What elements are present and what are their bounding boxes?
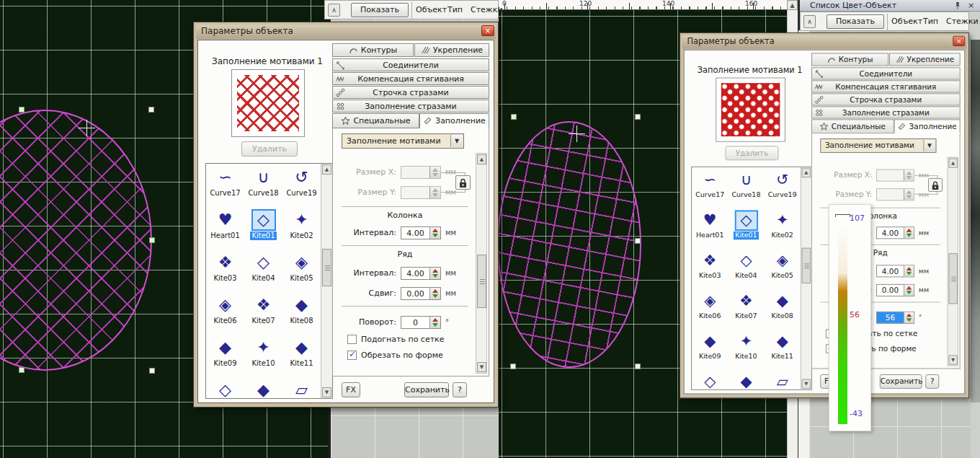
delete-button[interactable]: Удалить <box>241 141 298 157</box>
motif-item[interactable]: ◇ Kite04 <box>728 250 764 290</box>
row-shift-input[interactable] <box>401 288 429 299</box>
motif-item[interactable]: ◇ <box>692 370 728 389</box>
lock-icon[interactable] <box>455 175 471 190</box>
motif-item[interactable]: ◇ Kite04 <box>244 250 282 293</box>
tab-rhinestone-row[interactable]: Строчка стразами <box>332 86 489 99</box>
delete-button[interactable]: Удалить <box>726 146 779 160</box>
motif-fill-ellipse[interactable] <box>0 110 152 371</box>
spinner-icons[interactable] <box>904 227 914 238</box>
selection-handle[interactable] <box>149 237 155 243</box>
motif-item[interactable]: ✦ Kite10 <box>244 335 282 378</box>
dialog-title[interactable]: Параметры объекта <box>682 35 966 49</box>
motif-item[interactable]: ◈ Kite05 <box>765 250 801 290</box>
motif-scrollbar[interactable]: ▲ ▼ <box>801 167 811 389</box>
selection-handle[interactable] <box>511 114 517 120</box>
tab-special[interactable]: Специальные <box>332 113 419 128</box>
collapse-chevron-icon[interactable]: ∧ <box>803 15 816 28</box>
scroll-thumb[interactable] <box>477 255 486 308</box>
motif-item[interactable]: ∽ Curve17 <box>692 169 728 209</box>
motif-item[interactable]: ◈ Kite05 <box>282 250 321 293</box>
motif-item[interactable]: ◆ Kite09 <box>206 335 244 378</box>
spinner-icons[interactable] <box>904 285 914 296</box>
motif-item[interactable]: ♥ Heart01 <box>692 209 728 250</box>
row-interval-input[interactable] <box>877 265 904 276</box>
selection-handle[interactable] <box>19 367 24 373</box>
motif-item[interactable]: ▱ <box>765 370 801 389</box>
scroll-thumb[interactable] <box>949 253 958 304</box>
scroll-up-icon[interactable]: ▲ <box>949 158 958 167</box>
close-icon[interactable]: × <box>481 25 494 36</box>
lock-icon[interactable] <box>928 178 943 192</box>
clip-to-shape-checkbox[interactable]: ✓ <box>347 351 357 360</box>
row-interval-field[interactable] <box>876 265 914 277</box>
motif-item[interactable]: ◆ Kite08 <box>282 293 321 335</box>
tab-connectors[interactable]: Соединители <box>332 58 489 71</box>
spinner-icons[interactable] <box>904 265 914 276</box>
row-shift-field[interactable] <box>876 284 914 296</box>
spinner-icons[interactable] <box>429 288 440 299</box>
rotation-input[interactable] <box>877 312 904 323</box>
scroll-up-icon[interactable]: ▲ <box>802 168 811 177</box>
motif-item[interactable]: ◆ Kite08 <box>765 289 801 330</box>
motif-item[interactable]: ∽ Curve17 <box>206 165 244 208</box>
scroll-thumb[interactable] <box>802 248 811 283</box>
motif-item[interactable]: ✦ Kite02 <box>765 209 801 250</box>
scroll-down-icon[interactable]: ▼ <box>322 387 331 397</box>
selection-handle[interactable] <box>148 107 154 113</box>
row-shift-field[interactable] <box>401 287 441 300</box>
row-interval-field[interactable] <box>401 267 441 280</box>
motif-scrollbar[interactable]: ▲ ▼ <box>321 164 332 398</box>
motif-item[interactable]: ❖ Kite03 <box>692 250 728 290</box>
motif-item[interactable]: ✦ Kite10 <box>728 330 764 370</box>
scroll-thumb[interactable] <box>322 249 331 286</box>
motif-item[interactable]: ◇ Kite01 <box>728 209 764 250</box>
tab-rhinestone-row[interactable]: Строчка стразами <box>811 93 961 105</box>
rotation-field[interactable] <box>401 316 441 329</box>
save-button[interactable]: Сохранить <box>404 382 449 397</box>
fx-button[interactable]: FX <box>342 382 360 397</box>
motif-item[interactable]: ∪ Curve18 <box>728 169 764 209</box>
tab-rhinestone-fill[interactable]: Заполнение стразами <box>811 106 961 118</box>
selection-handle[interactable] <box>635 364 641 369</box>
tab-special[interactable]: Специальные <box>811 119 894 133</box>
scroll-down-icon[interactable]: ▼ <box>477 362 486 372</box>
row-shift-input[interactable] <box>877 285 904 296</box>
motif-item[interactable]: ↺ Curve19 <box>765 169 801 209</box>
tab-connectors[interactable]: Соединители <box>811 67 961 79</box>
show-button[interactable]: Показать <box>351 3 409 17</box>
fill-type-dropdown[interactable]: Заполнение мотивами ▼ <box>820 138 936 153</box>
motif-item[interactable]: ◆ Kite09 <box>692 330 728 370</box>
motif-item[interactable]: ↺ Curve19 <box>282 165 321 208</box>
scroll-up-icon[interactable]: ▲ <box>322 164 331 175</box>
spinner-icons[interactable] <box>429 317 440 328</box>
close-icon[interactable]: × <box>953 36 965 46</box>
fill-type-dropdown[interactable]: Заполнение мотивами ▼ <box>342 133 464 149</box>
tab-rhinestone-fill[interactable]: Заполнение стразами <box>332 100 489 113</box>
pin-icon[interactable] <box>954 1 963 10</box>
motif-list[interactable]: ∽ Curve17 ∪ Curve18 ↺ Curve19 ♥ Heart01 <box>205 163 333 399</box>
scroll-up-button[interactable]: ▲ <box>787 0 798 10</box>
tab-compensation[interactable]: Компенсация стягивания <box>811 80 961 92</box>
collapse-chevron-icon[interactable]: ∧ <box>328 4 340 17</box>
motif-item[interactable]: ◈ Kite06 <box>692 289 728 330</box>
motif-fill-ellipse-rotated[interactable] <box>499 121 641 368</box>
tab-reinforcement[interactable]: Укрепление <box>889 53 961 66</box>
spinner-icons[interactable] <box>429 227 440 239</box>
motif-item[interactable]: ◆ Kite11 <box>765 330 801 370</box>
motif-item[interactable]: ✦ Kite02 <box>282 208 321 250</box>
motif-item[interactable]: ❖ Kite07 <box>244 293 282 335</box>
rotation-field[interactable] <box>876 312 914 324</box>
motif-list[interactable]: ∽ Curve17 ∪ Curve18 ↺ Curve19 ♥ Heart01 <box>691 167 812 390</box>
motif-item[interactable]: ◈ Kite06 <box>206 293 244 335</box>
close-icon[interactable]: × <box>966 1 976 10</box>
parameters-scrollbar[interactable]: ▲ ▼ <box>948 157 958 366</box>
motif-item[interactable]: ❖ Kite03 <box>206 250 244 293</box>
snap-to-grid-checkbox[interactable]: ✓ <box>347 335 357 344</box>
motif-item[interactable]: ▱ <box>282 378 321 399</box>
selection-handle[interactable] <box>510 364 516 369</box>
tab-compensation[interactable]: Компенсация стягивания <box>332 72 489 85</box>
motif-item[interactable]: ◆ Kite11 <box>282 335 321 378</box>
help-button[interactable]: ? <box>453 382 467 397</box>
column-interval-input[interactable] <box>877 227 904 238</box>
tab-fill[interactable]: Заполнение <box>419 113 489 128</box>
